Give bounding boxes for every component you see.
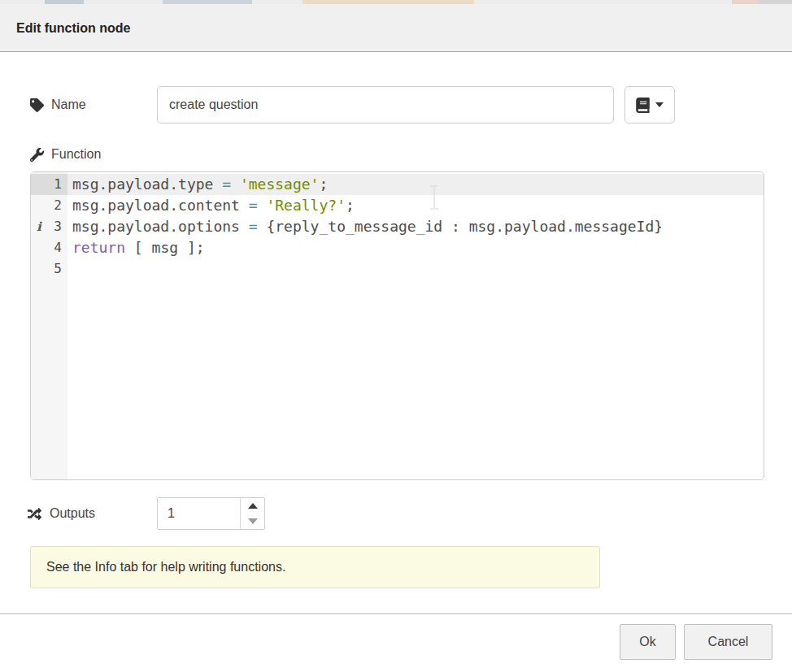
footer-separator xyxy=(0,613,792,614)
function-label: Function xyxy=(30,146,101,163)
wrench-icon xyxy=(30,148,44,162)
info-annotation-icon: i xyxy=(37,216,41,237)
name-input[interactable] xyxy=(157,86,614,124)
gutter-line-number: 5 xyxy=(31,258,67,280)
spinner-up-icon xyxy=(248,503,258,509)
outputs-spinner xyxy=(157,497,265,530)
dialog-title: Edit function node xyxy=(0,4,792,36)
code-editor-content[interactable]: msg.payload.type = 'message';msg.payload… xyxy=(67,172,764,479)
library-button[interactable] xyxy=(624,86,675,124)
gutter-line-number: i3 xyxy=(31,216,67,237)
spinner-down-icon xyxy=(248,518,258,524)
spinner-up-button[interactable] xyxy=(241,498,264,514)
code-editor-gutter: 12i345 xyxy=(31,172,67,479)
outputs-label-text: Outputs xyxy=(50,506,95,521)
code-editor[interactable]: 12i345 msg.payload.type = 'message';msg.… xyxy=(30,171,764,480)
cancel-button[interactable]: Cancel xyxy=(684,624,772,660)
dialog-header: Edit function node xyxy=(0,4,792,52)
book-icon xyxy=(636,98,650,113)
code-line[interactable] xyxy=(67,258,764,280)
code-line[interactable]: msg.payload.content = 'Really?'; xyxy=(67,195,764,216)
caret-down-icon xyxy=(655,102,664,107)
text-cursor xyxy=(429,185,440,210)
gutter-line-number: 4 xyxy=(31,237,67,258)
tag-icon xyxy=(30,98,44,112)
tip-text: See the Info tab for help writing functi… xyxy=(46,560,285,574)
form-tip: See the Info tab for help writing functi… xyxy=(30,546,600,588)
outputs-input[interactable] xyxy=(158,498,240,529)
gutter-line-number: 1 xyxy=(31,174,67,195)
name-label-text: Name xyxy=(51,98,86,112)
spinner-down-button[interactable] xyxy=(241,514,264,529)
name-label: Name xyxy=(30,86,86,124)
code-line[interactable]: msg.payload.type = 'message'; xyxy=(67,174,764,195)
code-line[interactable]: msg.payload.options = {reply_to_message_… xyxy=(67,216,764,237)
gutter-line-number: 2 xyxy=(31,195,67,216)
code-line[interactable]: return [ msg ]; xyxy=(67,237,764,258)
function-label-text: Function xyxy=(51,147,101,162)
ok-button[interactable]: Ok xyxy=(620,624,676,660)
shuffle-icon xyxy=(27,507,42,521)
outputs-label: Outputs xyxy=(27,497,95,530)
